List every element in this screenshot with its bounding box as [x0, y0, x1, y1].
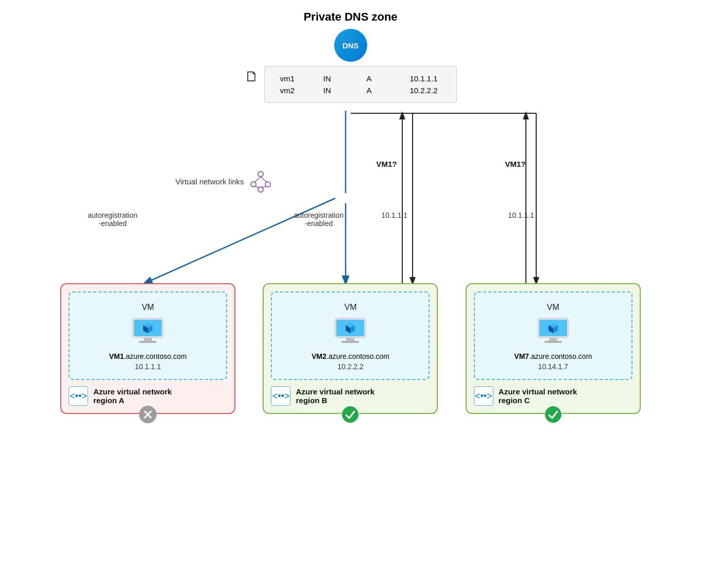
svg-point-11: [258, 187, 263, 192]
region-c-name: Azure virtual networkregion C: [499, 387, 577, 405]
region-a-vm-label: VM: [142, 303, 154, 312]
svg-line-12: [254, 177, 261, 182]
record-type-0: A: [367, 74, 398, 83]
region-c-inner: VM VM7.azure.contoso.com 10.14.1.7: [474, 291, 632, 380]
vnet-link-icon: [249, 170, 272, 193]
region-a-inner: VM VM1.azure.contoso.com 10.1.1.1: [69, 291, 227, 380]
region-c-vm-icon: [535, 317, 571, 346]
region-c-status-badge: [544, 406, 562, 423]
vnet-links-label: Virtual network links: [176, 177, 244, 186]
svg-rect-18: [144, 338, 152, 341]
record-ip-0: 10.1.1.1: [410, 74, 441, 83]
dns-records-box: 🗋 vm1 IN A 10.1.1.1 vm2 IN A 10.2.2.2: [245, 66, 457, 103]
region-c-vm-name: VM7.azure.contoso.com: [514, 352, 592, 360]
record-ip-1: 10.2.2.2: [410, 86, 441, 95]
region-b-vm-label: VM: [344, 303, 356, 312]
region-b-footer: <••> Azure virtual networkregion B: [271, 386, 430, 406]
svg-rect-29: [346, 338, 354, 341]
svg-rect-38: [549, 338, 557, 341]
region-b-status-badge: [341, 406, 359, 423]
autoreg-label-0: autoregistration-enabled: [88, 211, 138, 228]
svg-point-10: [265, 182, 270, 187]
vnet-regions: VM VM1.azure.contoso.com 10.1.1.1: [42, 283, 660, 414]
svg-line-15: [262, 186, 267, 187]
region-a-vm-name: VM1.azure.contoso.com: [109, 352, 187, 360]
region-c-footer: <••> Azure virtual networkregion C: [474, 386, 632, 406]
document-icon: 🗋: [245, 68, 259, 85]
ip-return-c: 10.1.1.1: [508, 211, 535, 219]
region-b-icon: <••>: [271, 386, 290, 406]
record-name-0: vm1: [280, 74, 311, 83]
svg-point-44: [545, 406, 561, 423]
svg-point-35: [342, 406, 358, 423]
svg-rect-39: [544, 341, 562, 343]
dns-icon: DNS: [334, 29, 367, 62]
region-b-vm-icon: [332, 317, 368, 346]
autoreg-label-1: autoregistration-enabled: [294, 211, 344, 228]
dns-record-row-1: vm2 IN A 10.2.2.2: [280, 84, 441, 96]
region-b-vm-name: VM2.azure.contoso.com: [312, 352, 389, 360]
svg-point-9: [251, 182, 256, 187]
region-a-name: Azure virtual networkregion A: [93, 387, 172, 405]
region-c-outer: VM VM7.azure.contoso.com 10.14.1.7: [466, 283, 641, 414]
svg-line-13: [261, 177, 267, 182]
record-class-0: IN: [323, 74, 354, 83]
region-a-vm-icon: [130, 317, 166, 346]
region-b-name: Azure virtual networkregion B: [296, 387, 374, 405]
region-c-icon: <••>: [474, 386, 493, 406]
region-a-icon: <••>: [69, 386, 88, 406]
vnet-links-section: Virtual network links: [176, 170, 272, 193]
record-type-1: A: [367, 86, 398, 95]
region-c-vm-label: VM: [547, 303, 559, 312]
dns-records-table: vm1 IN A 10.1.1.1 vm2 IN A 10.2.2.2: [264, 66, 457, 103]
record-name-1: vm2: [280, 86, 311, 95]
vm1-query-label-b: VM1?: [377, 160, 397, 168]
ip-return-b: 10.1.1.1: [382, 211, 408, 219]
region-b-outer: VM VM2.azure.contoso.com 10.2.2.2: [263, 283, 438, 414]
region-a-status-badge: [139, 406, 157, 423]
region-b-vm-ip: 10.2.2.2: [337, 362, 364, 371]
svg-rect-30: [341, 341, 359, 343]
svg-point-8: [258, 171, 263, 177]
dns-record-row-0: vm1 IN A 10.1.1.1: [280, 73, 441, 84]
dns-icon-label: DNS: [343, 41, 359, 50]
region-a-outer: VM VM1.azure.contoso.com 10.1.1.1: [60, 283, 235, 414]
region-a-footer: <••> Azure virtual networkregion A: [69, 386, 227, 406]
svg-rect-19: [139, 341, 157, 343]
dns-zone-title: Private DNS zone: [303, 10, 397, 24]
region-b-inner: VM VM2.azure.contoso.com 10.2.2.2: [271, 291, 430, 380]
diagram-container: Private DNS zone DNS azure.contoso.com 🗋…: [42, 10, 660, 577]
record-class-1: IN: [323, 86, 354, 95]
region-c-vm-ip: 10.14.1.7: [538, 362, 568, 371]
vm1-query-label-c: VM1?: [505, 160, 526, 168]
svg-line-14: [254, 186, 260, 187]
region-a-vm-ip: 10.1.1.1: [135, 362, 161, 371]
